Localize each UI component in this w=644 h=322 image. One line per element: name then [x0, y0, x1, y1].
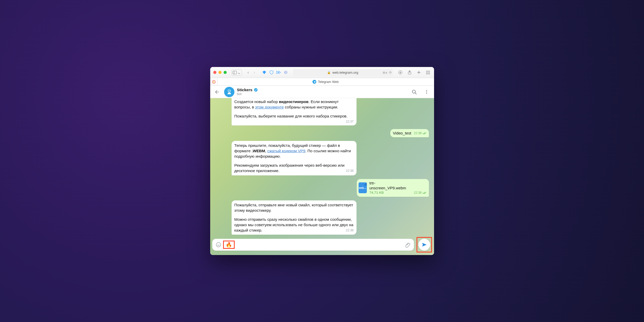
emoji-button[interactable]	[215, 241, 222, 248]
maximize-window-button[interactable]	[224, 71, 227, 74]
read-checks-icon	[422, 191, 427, 194]
smiley-icon	[216, 242, 221, 248]
telegram-favicon-icon	[312, 80, 316, 84]
favicon-icon	[212, 80, 216, 84]
minimize-window-button[interactable]	[218, 71, 222, 74]
url-display: web.telegram.org	[332, 71, 358, 74]
user-file-message[interactable]: web… trtr-unscreen_VP9.webm 74.71 KB 22:…	[357, 179, 429, 197]
chat-header: Stickers bot	[210, 86, 434, 98]
pinned-tab[interactable]	[210, 78, 217, 86]
extension-fastforward-icon[interactable]	[276, 70, 281, 75]
send-highlight	[417, 237, 432, 252]
lock-icon: 🔒	[327, 71, 331, 74]
input-emoji: 🔥	[224, 242, 234, 248]
search-button[interactable]	[409, 87, 419, 97]
send-icon	[421, 242, 427, 248]
svg-rect-0	[233, 71, 236, 74]
downloads-button[interactable]	[397, 70, 403, 75]
sidebar-toggle-button[interactable]: ⌄	[231, 69, 242, 76]
attach-button[interactable]	[404, 241, 411, 248]
close-window-button[interactable]	[213, 71, 216, 74]
sidebar-icon	[233, 71, 237, 74]
nav-back-button[interactable]: ‹	[245, 70, 251, 75]
browser-toolbar: ⌄ ‹ › 🔒 web.telegram.org ⊕ᴀ ⟳	[210, 67, 434, 78]
svg-point-13	[229, 90, 230, 91]
chat-avatar[interactable]	[224, 87, 234, 97]
arrow-left-icon	[215, 89, 220, 95]
back-button[interactable]	[213, 88, 222, 96]
message-time: 22:38	[346, 169, 353, 173]
svg-point-19	[216, 242, 221, 247]
svg-point-11	[213, 81, 214, 82]
search-icon	[411, 89, 417, 95]
tab-title: Telegram Web	[318, 80, 338, 84]
send-button[interactable]	[418, 239, 430, 251]
active-tab[interactable]: Telegram Web	[217, 78, 434, 86]
address-bar[interactable]: 🔒 web.telegram.org ⊕ᴀ ⟳	[293, 69, 393, 76]
chat-subtitle: bot	[237, 92, 258, 96]
svg-point-18	[426, 93, 427, 94]
bot-message[interactable]: Создается новый набор видеостикеров. Есл…	[232, 98, 357, 125]
more-button[interactable]	[422, 87, 431, 97]
share-button[interactable]	[407, 70, 412, 75]
user-message[interactable]: Video_test 22:38	[390, 129, 429, 137]
paperclip-icon	[405, 242, 411, 248]
extension-diamond-icon[interactable]	[262, 70, 267, 75]
chat-title-block[interactable]: Stickers bot	[237, 88, 258, 96]
chat-title: Stickers	[237, 88, 252, 92]
svg-point-20	[217, 244, 218, 244]
chat-area: Stickers bot Создается новый набор видео…	[210, 86, 434, 255]
sticker-avatar-icon	[226, 89, 233, 95]
svg-rect-7	[428, 71, 430, 72]
svg-marker-2	[262, 71, 266, 74]
tab-bar: Telegram Web	[210, 78, 434, 86]
doc-link[interactable]: этом документе	[255, 105, 284, 109]
message-input[interactable]: 🔥	[222, 241, 404, 249]
browser-window: ⌄ ‹ › 🔒 web.telegram.org ⊕ᴀ ⟳	[210, 67, 434, 255]
more-vertical-icon	[424, 89, 429, 95]
svg-rect-8	[426, 73, 428, 74]
composer-row: 🔥	[210, 235, 434, 255]
file-icon[interactable]: web…	[359, 182, 367, 193]
new-tab-button[interactable]	[416, 70, 422, 75]
svg-point-17	[426, 91, 427, 92]
message-list: Создается новый набор видеостикеров. Есл…	[210, 98, 434, 235]
message-time: 22:38	[414, 131, 426, 135]
chevron-down-icon: ⌄	[237, 70, 241, 75]
message-text: Video_test	[393, 131, 411, 135]
svg-line-15	[415, 93, 416, 94]
file-name: trtr-unscreen_VP9.webm	[369, 181, 406, 191]
message-time: 22:37	[346, 120, 353, 124]
bot-message[interactable]: Теперь пришлите, пожалуйста, будущий сти…	[232, 141, 357, 175]
extension-moon-icon[interactable]	[284, 70, 288, 75]
read-checks-icon	[422, 132, 427, 135]
svg-rect-9	[428, 73, 430, 74]
message-time: 22:38	[414, 191, 426, 195]
verified-icon	[254, 88, 258, 92]
reload-icon[interactable]: ⟳	[389, 71, 392, 74]
svg-rect-6	[426, 71, 428, 72]
message-composer: 🔥	[212, 239, 414, 251]
file-size: 74.71 KB	[369, 191, 406, 195]
window-controls	[213, 71, 227, 74]
translate-icon[interactable]: ⊕ᴀ	[383, 71, 387, 74]
svg-point-16	[426, 90, 427, 91]
svg-point-21	[219, 244, 219, 244]
message-time: 22:38	[346, 228, 353, 233]
codec-link[interactable]: сжатый кодеком VP9	[267, 149, 305, 153]
tab-overview-button[interactable]	[425, 70, 431, 75]
extension-shield-icon[interactable]	[269, 70, 274, 75]
bot-message[interactable]: Пожалуйста, отправьте мне новый смайл, к…	[232, 200, 357, 235]
nav-forward-button[interactable]: ›	[252, 70, 257, 75]
input-highlight: 🔥	[223, 241, 235, 249]
